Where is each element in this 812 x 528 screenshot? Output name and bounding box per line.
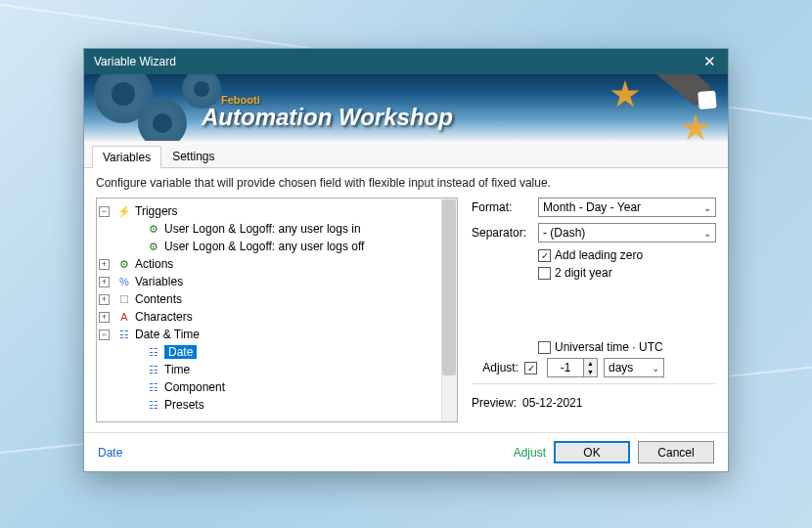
tree-label[interactable]: Date & Time <box>135 328 200 341</box>
cancel-button[interactable]: Cancel <box>638 441 714 463</box>
expand-toggle[interactable]: + <box>99 259 110 270</box>
window-title: Variable Wizard <box>94 55 176 68</box>
two-digit-checkbox[interactable] <box>538 267 551 280</box>
banner: Febooti Automation Workshop <box>84 74 728 141</box>
variable-icon: % <box>117 275 131 288</box>
separator-select[interactable]: - (Dash) ⌄ <box>538 223 716 242</box>
titlebar[interactable]: Variable Wizard ✕ <box>84 49 728 74</box>
form-panel: Format: Month - Day - Year ⌄ Separator: … <box>472 198 716 422</box>
tree-label[interactable]: Triggers <box>135 204 178 218</box>
tab-variables[interactable]: Variables <box>92 146 161 168</box>
tree-label[interactable]: Time <box>164 363 190 376</box>
gear-icon: ⚙ <box>117 257 131 271</box>
leading-zero-checkbox[interactable] <box>538 249 551 262</box>
tree-label[interactable]: User Logon & Logoff: any user logs in <box>164 222 361 236</box>
pen-icon <box>621 74 727 141</box>
footer-link-date[interactable]: Date <box>98 446 122 460</box>
chevron-down-icon: ⌄ <box>652 363 659 374</box>
ok-button[interactable]: OK <box>554 441 630 463</box>
adjust-checkbox[interactable] <box>524 362 537 374</box>
tree-label[interactable]: Actions <box>135 257 173 271</box>
chevron-down-icon: ⌄ <box>703 228 711 239</box>
preview-value: 05-12-2021 <box>522 396 582 410</box>
adjust-label: Adjust: <box>472 361 519 374</box>
variable-tree[interactable]: −⚡Triggers ⚙User Logon & Logoff: any use… <box>96 198 458 422</box>
utc-label: Universal time · UTC <box>555 340 663 354</box>
format-select[interactable]: Month - Day - Year ⌄ <box>538 198 716 217</box>
tab-row: Variables Settings <box>84 141 728 168</box>
tree-label[interactable]: Presets <box>164 398 204 412</box>
calendar-icon: ☷ <box>147 345 160 359</box>
user-icon: ⚙ <box>147 222 160 236</box>
adjust-indicator: Adjust <box>514 446 546 460</box>
clock-icon: ☷ <box>147 363 160 376</box>
chevron-down-icon: ⌄ <box>703 202 711 213</box>
tab-settings[interactable]: Settings <box>161 145 225 167</box>
expand-toggle[interactable]: − <box>99 206 110 217</box>
user-icon: ⚙ <box>147 240 160 253</box>
format-label: Format: <box>472 200 532 214</box>
description-text: Configure variable that will provide cho… <box>84 168 728 198</box>
component-icon: ☷ <box>147 380 160 394</box>
utc-checkbox[interactable] <box>538 341 551 354</box>
close-icon[interactable]: ✕ <box>698 53 722 70</box>
tree-label[interactable]: Characters <box>135 310 193 324</box>
spinner-down-icon[interactable]: ▼ <box>584 368 597 376</box>
scrollbar-thumb[interactable] <box>442 199 456 375</box>
character-icon: A <box>117 310 131 324</box>
format-value: Month - Day - Year <box>543 200 641 214</box>
expand-toggle[interactable]: + <box>99 277 110 287</box>
tree-label[interactable]: Component <box>164 380 225 394</box>
tree-label[interactable]: Contents <box>135 292 182 306</box>
presets-icon: ☷ <box>147 398 160 412</box>
dialog-footer: Date Adjust OK Cancel <box>84 432 728 471</box>
bolt-icon: ⚡ <box>117 204 131 218</box>
adjust-unit-select[interactable]: days ⌄ <box>604 358 664 377</box>
tree-label[interactable]: User Logon & Logoff: any user logs off <box>164 240 364 253</box>
gear-icon <box>138 99 187 141</box>
two-digit-label: 2 digit year <box>555 266 612 280</box>
separator-value: - (Dash) <box>543 226 585 240</box>
adjust-unit: days <box>609 361 633 374</box>
preview-label: Preview: <box>472 396 517 410</box>
tree-label-selected[interactable]: Date <box>164 345 197 359</box>
expand-toggle[interactable]: + <box>99 312 110 323</box>
adjust-spinner[interactable]: -1 ▲▼ <box>547 358 598 377</box>
document-icon: ☐ <box>117 292 131 306</box>
spinner-up-icon[interactable]: ▲ <box>584 359 597 368</box>
dialog-window: Variable Wizard ✕ Febooti Automation Wor… <box>83 48 729 472</box>
brand-title: Automation Workshop <box>202 104 453 131</box>
tree-label[interactable]: Variables <box>135 275 183 288</box>
separator-label: Separator: <box>472 226 532 240</box>
expand-toggle[interactable]: + <box>99 294 110 305</box>
calendar-icon: ☷ <box>117 328 131 341</box>
scrollbar[interactable] <box>441 198 457 421</box>
adjust-value: -1 <box>548 359 583 376</box>
leading-zero-label: Add leading zero <box>555 248 643 262</box>
expand-toggle[interactable]: − <box>99 330 110 340</box>
